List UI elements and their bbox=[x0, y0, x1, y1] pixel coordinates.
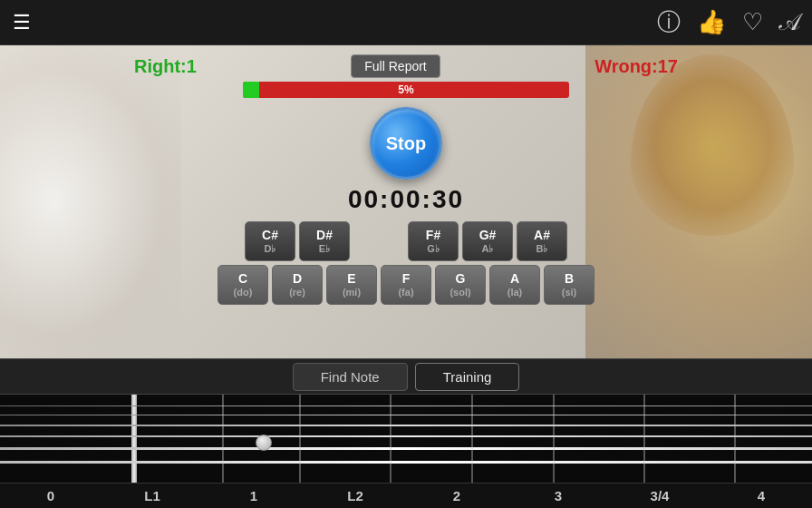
naturals-row: C (do) D (re) E (mi) F (fa) G (sol) bbox=[218, 265, 594, 305]
string-4 bbox=[0, 435, 812, 437]
note-a-sharp[interactable]: A# B♭ bbox=[517, 221, 567, 261]
progress-label: 5% bbox=[243, 82, 569, 98]
sharps-row: C# D♭ D# E♭ F# G♭ G# A♭ A# B♭ bbox=[245, 221, 567, 261]
info-icon[interactable]: ⓘ bbox=[657, 6, 681, 38]
tab-training[interactable]: Training bbox=[415, 363, 520, 391]
stop-button[interactable]: Stop bbox=[370, 107, 442, 180]
string-2 bbox=[0, 415, 812, 415]
pos-2: 2 bbox=[443, 488, 470, 503]
like-icon[interactable]: 👍 bbox=[697, 8, 726, 36]
note-f-sharp[interactable]: F# G♭ bbox=[408, 221, 459, 261]
full-report-button[interactable]: Full Report bbox=[351, 54, 440, 78]
timer-display: 00:00:30 bbox=[348, 185, 464, 214]
score-row: Right:1 Full Report Wrong:17 bbox=[134, 54, 678, 78]
main-area: Right:1 Full Report Wrong:17 5% Stop 00:… bbox=[0, 45, 812, 508]
string-3 bbox=[0, 425, 812, 426]
navbar: ☰ ⓘ 👍 ♡ 𝒜 bbox=[0, 0, 812, 45]
note-e[interactable]: E (mi) bbox=[326, 265, 377, 305]
note-b[interactable]: B (si) bbox=[544, 265, 594, 305]
pos-1: 1 bbox=[240, 488, 267, 503]
pos-0: 0 bbox=[37, 488, 64, 503]
note-g[interactable]: G (sol) bbox=[435, 265, 486, 305]
note-a[interactable]: A (la) bbox=[489, 265, 540, 305]
pos-4: 4 bbox=[748, 488, 775, 503]
string-6 bbox=[0, 461, 812, 464]
note-g-sharp[interactable]: G# A♭ bbox=[462, 221, 513, 261]
right-score: Right:1 bbox=[134, 56, 197, 77]
note-f[interactable]: F (fa) bbox=[381, 265, 431, 305]
pos-l2: L2 bbox=[342, 488, 369, 503]
wrong-score: Wrong:17 bbox=[594, 56, 678, 77]
note-d-sharp[interactable]: D# E♭ bbox=[299, 221, 350, 261]
string-1 bbox=[0, 405, 812, 406]
note-c[interactable]: C (do) bbox=[218, 265, 268, 305]
notes-section: C# D♭ D# E♭ F# G♭ G# A♭ A# B♭ bbox=[218, 221, 594, 305]
finger-dot bbox=[256, 435, 272, 451]
position-markers: 0 L1 1 L2 2 3 3/4 4 bbox=[0, 483, 812, 508]
tab-find-note[interactable]: Find Note bbox=[293, 363, 408, 391]
font-icon[interactable]: 𝒜 bbox=[779, 8, 799, 36]
note-c-sharp[interactable]: C# D♭ bbox=[245, 221, 295, 261]
top-panel: Right:1 Full Report Wrong:17 5% Stop 00:… bbox=[0, 45, 812, 358]
pos-3: 3 bbox=[545, 488, 572, 503]
heart-icon[interactable]: ♡ bbox=[742, 8, 763, 36]
pos-l1: L1 bbox=[139, 488, 166, 503]
pos-34: 3/4 bbox=[646, 488, 673, 503]
note-d[interactable]: D (re) bbox=[272, 265, 323, 305]
progress-bar-background: 5% bbox=[243, 82, 569, 98]
note-spacer-1 bbox=[353, 221, 404, 261]
progress-bar-container: 5% bbox=[243, 82, 569, 98]
fretboard-panel[interactable]: 0 L1 1 L2 2 3 3/4 4 bbox=[0, 395, 812, 508]
string-5 bbox=[0, 447, 812, 450]
tabs-row: Find Note Training bbox=[0, 358, 812, 395]
menu-icon[interactable]: ☰ bbox=[13, 11, 31, 34]
